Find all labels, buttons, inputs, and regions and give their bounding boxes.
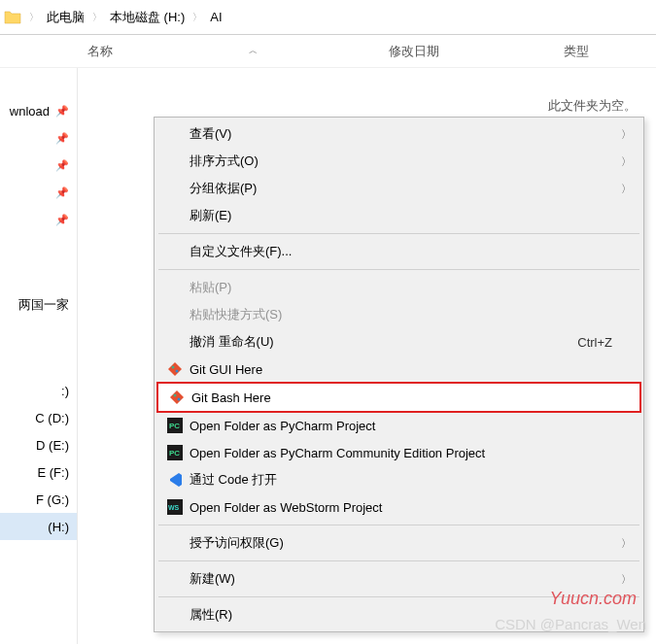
sidebar-quick-item[interactable]: 📌 (0, 124, 77, 152)
chevron-right-icon: 〉 (621, 182, 632, 196)
folder-icon (4, 9, 21, 26)
menu-refresh[interactable]: 刷新(E) (156, 202, 641, 229)
chevron-right-icon: 〉 (90, 11, 104, 24)
svg-point-2 (174, 394, 177, 397)
sidebar-drive-item[interactable]: E (F:) (0, 458, 77, 486)
chevron-right-icon: 〉 (621, 127, 632, 142)
sidebar-drive-item-selected[interactable]: (H:) (0, 513, 77, 540)
pycharm-icon: PC (164, 443, 186, 462)
menu-customize[interactable]: 自定义文件夹(F)... (156, 238, 641, 265)
svg-text:PC: PC (169, 422, 180, 430)
svg-point-3 (178, 398, 181, 401)
git-icon (166, 388, 188, 407)
menu-pycharm-ce[interactable]: PC Open Folder as PyCharm Community Edit… (156, 439, 641, 466)
git-icon (164, 359, 186, 379)
context-menu: 查看(V)〉 排序方式(O)〉 分组依据(P)〉 刷新(E) 自定义文件夹(F)… (154, 117, 644, 632)
pin-icon: 📌 (55, 186, 69, 199)
sort-indicator-icon: ︿ (249, 45, 258, 57)
watermark: Yuucn.com (550, 589, 637, 609)
col-name[interactable]: 名称 ︿ (78, 37, 379, 66)
menu-git-gui[interactable]: Git GUI Here (156, 356, 641, 383)
chevron-right-icon: 〉 (621, 572, 632, 587)
menu-undo[interactable]: 撤消 重命名(U)Ctrl+Z (156, 328, 641, 356)
empty-folder-message: 此文件夹为空。 (78, 68, 656, 115)
crumb-pc[interactable]: 此电脑 (41, 5, 90, 30)
pin-icon: 📌 (55, 105, 69, 118)
chevron-right-icon: 〉 (27, 11, 41, 24)
svg-point-1 (176, 370, 179, 373)
sidebar-quick-item[interactable]: 📌 (0, 179, 77, 206)
menu-paste: 粘贴(P) (156, 274, 641, 301)
shortcut-label: Ctrl+Z (577, 335, 612, 350)
sidebar-drive-item[interactable]: F (G:) (0, 486, 77, 513)
menu-sort[interactable]: 排序方式(O)〉 (156, 148, 641, 175)
pin-icon: 📌 (55, 132, 69, 145)
menu-view[interactable]: 查看(V)〉 (156, 120, 641, 148)
menu-pycharm[interactable]: PC Open Folder as PyCharm Project (156, 412, 641, 439)
sidebar-quick-download[interactable]: wnload📌 (0, 97, 77, 124)
menu-group[interactable]: 分组依据(P)〉 (156, 175, 641, 202)
chevron-right-icon: 〉 (621, 154, 632, 169)
menu-git-bash[interactable]: Git Bash Here (158, 384, 639, 411)
menu-separator (158, 269, 639, 270)
sidebar-quick-item[interactable]: 📌 (0, 206, 77, 233)
webstorm-icon: WS (164, 497, 186, 517)
sidebar-drive-item[interactable]: :) (0, 377, 77, 404)
menu-paste-shortcut: 粘贴快捷方式(S) (156, 301, 641, 328)
pin-icon: 📌 (55, 214, 69, 226)
menu-separator (158, 233, 639, 234)
svg-text:WS: WS (168, 504, 180, 511)
col-name-label: 名称 (87, 43, 113, 60)
sidebar: wnload📌 📌 📌 📌 📌 两国一家 :) C (D:) D (E:) E … (0, 68, 78, 644)
col-type[interactable]: 类型 (554, 37, 599, 66)
breadcrumb[interactable]: 〉 此电脑 〉 本地磁盘 (H:) 〉 AI (0, 0, 656, 35)
watermark: CSDN @Pancras_Wen (495, 616, 646, 632)
vscode-icon (164, 470, 186, 490)
menu-separator (158, 560, 639, 561)
svg-text:PC: PC (169, 449, 180, 458)
col-date[interactable]: 修改日期 (379, 37, 554, 66)
chevron-right-icon: 〉 (621, 536, 632, 551)
pycharm-icon: PC (164, 416, 186, 435)
column-headers: 名称 ︿ 修改日期 类型 (0, 35, 656, 68)
menu-webstorm[interactable]: WS Open Folder as WebStorm Project (156, 493, 641, 521)
crumb-folder[interactable]: AI (204, 6, 227, 28)
menu-grant-access[interactable]: 授予访问权限(G)〉 (156, 529, 641, 557)
pin-icon: 📌 (55, 159, 69, 172)
menu-separator (158, 525, 639, 525)
svg-point-0 (172, 366, 175, 369)
sidebar-quick-item[interactable]: 📌 (0, 152, 77, 179)
sidebar-drive-item[interactable]: D (E:) (0, 431, 77, 458)
menu-vscode[interactable]: 通过 Code 打开 (156, 466, 641, 493)
sidebar-folder-item[interactable]: 两国一家 (0, 291, 77, 319)
sidebar-drive-item[interactable]: C (D:) (0, 404, 77, 431)
crumb-drive[interactable]: 本地磁盘 (H:) (104, 5, 190, 30)
chevron-right-icon: 〉 (190, 11, 204, 24)
